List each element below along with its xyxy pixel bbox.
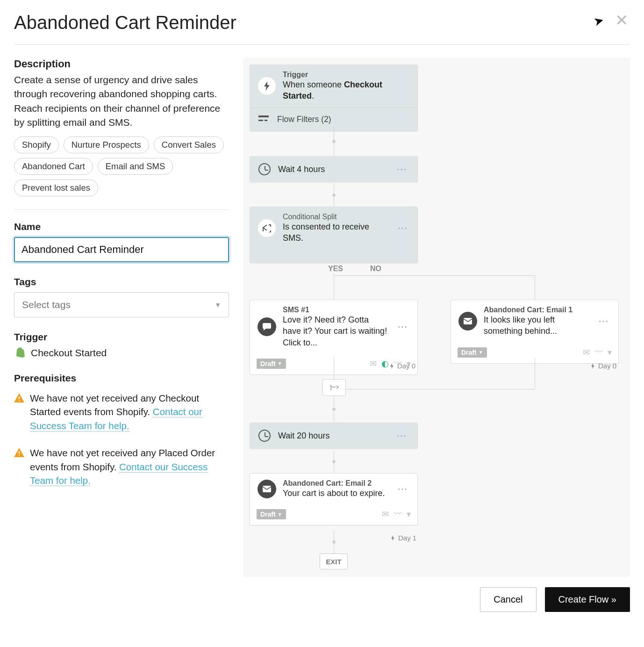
svg-rect-8 bbox=[263, 486, 271, 492]
svg-rect-5 bbox=[258, 120, 263, 121]
node-menu-icon[interactable]: ⋯ bbox=[596, 315, 611, 327]
split-icon bbox=[258, 219, 276, 237]
cancel-button[interactable]: Cancel bbox=[480, 587, 536, 612]
draft-badge: Draft ▼ bbox=[257, 359, 286, 369]
flow-filters-text: Flow Filters (2) bbox=[277, 115, 331, 124]
no-label: NO bbox=[368, 265, 383, 273]
svg-rect-3 bbox=[19, 455, 20, 456]
section-divider bbox=[14, 209, 229, 210]
tags-select[interactable]: Select tags ▼ bbox=[14, 292, 229, 317]
trigger-head: Trigger bbox=[283, 71, 410, 79]
prerequisite-item: We have not yet received any Checkout St… bbox=[14, 391, 229, 433]
tag-abandoned: Abandoned Cart bbox=[14, 158, 93, 175]
email1-head: Abandoned Cart: Email 1 bbox=[484, 306, 590, 314]
bolt-icon bbox=[258, 77, 276, 95]
name-input[interactable] bbox=[14, 237, 229, 262]
create-flow-button[interactable]: Create Flow » bbox=[545, 587, 630, 612]
tags-placeholder: Select tags bbox=[22, 299, 71, 310]
mail-icon: ✉ bbox=[370, 359, 377, 369]
merge-node bbox=[322, 379, 346, 396]
draft-badge: Draft ▼ bbox=[458, 347, 487, 358]
tag-shopify: Shopify bbox=[14, 137, 59, 153]
action-icon-strip: ✉ 〰 ▾ bbox=[382, 509, 411, 519]
trigger-line: When someone Checkout Started. bbox=[283, 79, 410, 102]
prerequisite-item: We have not yet received any Placed Orde… bbox=[14, 446, 229, 488]
tags-field-label: Tags bbox=[14, 276, 229, 288]
filter-icon bbox=[258, 115, 269, 123]
yes-label: YES bbox=[326, 265, 345, 273]
conditional-split-node[interactable]: Conditional Split Is consented to receiv… bbox=[250, 207, 418, 263]
name-label: Name bbox=[14, 221, 229, 232]
tag-prevent: Prevent lost sales bbox=[14, 180, 98, 196]
flow-preview-canvas: Trigger When someone Checkout Started. F… bbox=[243, 58, 630, 577]
shopify-icon bbox=[14, 347, 25, 359]
page-title: Abandoned Cart Reminder bbox=[14, 12, 236, 33]
tag-nurture: Nurture Prospects bbox=[64, 137, 149, 153]
mail-icon: ✉ bbox=[382, 509, 389, 519]
description-text: Create a sense of urgency and drive sale… bbox=[14, 73, 229, 130]
email1-node[interactable]: Abandoned Cart: Email 1 It looks like yo… bbox=[451, 300, 619, 364]
action-icon-strip: ✉ 〰 ▾ bbox=[583, 347, 612, 358]
svg-rect-0 bbox=[19, 396, 20, 399]
sms-body: Love it? Need it? Gotta have it? Your ca… bbox=[283, 314, 389, 348]
day-label-0-right: Day 0 bbox=[591, 362, 616, 370]
svg-rect-6 bbox=[265, 120, 267, 121]
warning-icon bbox=[14, 392, 24, 433]
mail-icon bbox=[458, 312, 477, 331]
email2-body: Your cart is about to expire. bbox=[283, 488, 389, 499]
cond-text: Is consented to receive SMS. bbox=[283, 221, 389, 244]
header-divider bbox=[14, 44, 630, 45]
day-label-1: Day 1 bbox=[391, 534, 416, 542]
tag-emailsms: Email and SMS bbox=[98, 158, 173, 175]
message-icon bbox=[258, 317, 276, 336]
day-label-0-left: Day 0 bbox=[390, 362, 415, 370]
node-menu-icon[interactable]: ⋯ bbox=[395, 321, 410, 333]
wait-text: Wait 20 hours bbox=[278, 430, 387, 441]
prerequisites-label: Prerequisites bbox=[14, 373, 229, 384]
description-label: Description bbox=[14, 58, 229, 70]
funnel-icon: ▾ bbox=[608, 347, 612, 358]
wait-node-1[interactable]: Wait 4 hours ⋯ bbox=[250, 156, 418, 182]
sms-head: SMS #1 bbox=[283, 306, 389, 314]
trend-icon: 〰 bbox=[594, 347, 603, 358]
email2-node[interactable]: Abandoned Cart: Email 2 Your cart is abo… bbox=[250, 473, 418, 525]
trend-icon: 〰 bbox=[394, 509, 402, 519]
svg-rect-1 bbox=[19, 400, 20, 401]
trigger-label: Trigger bbox=[14, 331, 229, 343]
moon-icon: ◐ bbox=[381, 359, 389, 369]
email1-body: It looks like you left something behind.… bbox=[484, 314, 590, 337]
node-menu-icon[interactable]: ⋯ bbox=[395, 483, 410, 495]
mail-icon bbox=[258, 480, 276, 498]
email2-head: Abandoned Cart: Email 2 bbox=[283, 479, 389, 488]
svg-rect-2 bbox=[19, 451, 20, 454]
category-tags: Shopify Nurture Prospects Convert Sales … bbox=[14, 137, 229, 196]
wait-node-2[interactable]: Wait 20 hours ⋯ bbox=[250, 423, 418, 449]
clock-icon bbox=[258, 163, 271, 175]
warning-icon bbox=[14, 447, 24, 488]
trigger-node[interactable]: Trigger When someone Checkout Started. F… bbox=[250, 65, 418, 131]
node-menu-icon[interactable]: ⋯ bbox=[394, 430, 409, 442]
clock-icon bbox=[258, 430, 271, 442]
cond-head: Conditional Split bbox=[283, 213, 389, 221]
mail-icon: ✉ bbox=[583, 347, 590, 358]
svg-rect-7 bbox=[464, 318, 472, 324]
funnel-icon: ▾ bbox=[407, 509, 411, 519]
svg-rect-4 bbox=[258, 115, 269, 117]
trigger-value: Checkout Started bbox=[31, 347, 107, 359]
exit-node: EXIT bbox=[320, 554, 348, 569]
close-icon[interactable]: ✕ bbox=[613, 11, 630, 29]
tag-convert: Convert Sales bbox=[154, 137, 224, 153]
chevron-down-icon: ▼ bbox=[215, 301, 221, 309]
cursor-icon: ➤ bbox=[592, 13, 605, 29]
node-menu-icon[interactable]: ⋯ bbox=[395, 222, 410, 234]
wait-text: Wait 4 hours bbox=[278, 164, 387, 175]
node-menu-icon[interactable]: ⋯ bbox=[394, 163, 409, 175]
draft-badge: Draft ▼ bbox=[257, 509, 286, 519]
